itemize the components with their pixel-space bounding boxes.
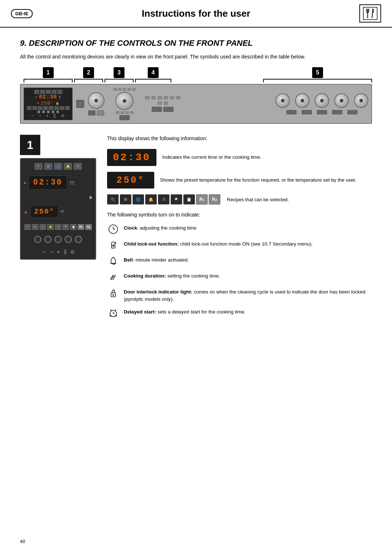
childlock-symbol-text: Child lock-out function: child lock-out … xyxy=(124,239,313,248)
recipe-icon-1: 🔌 xyxy=(107,194,119,204)
time-display: 02:30 xyxy=(107,149,156,166)
section-intro: All the control and monitoring devices a… xyxy=(20,53,372,61)
panel-label-3: 3 xyxy=(114,67,124,78)
section-1-detail: 1 🔌 ⚙ 🌀 🔔 ⏱ ● 02:30 ⣿⣿ 🔒 ▲ 2 xyxy=(20,135,372,323)
recipe-r2-label: R₂ xyxy=(209,194,220,204)
main-content: 9. DESCRIPTION OF THE CONTROLS ON THE FR… xyxy=(0,28,392,343)
page-header: GB-IE Instructions for the user xyxy=(0,0,392,28)
page-title: Instructions for the user xyxy=(33,8,359,19)
symbol-childlock: Child lock-out function: child lock-out … xyxy=(107,239,372,251)
temp-label: Shows the preset temperature for the fun… xyxy=(160,177,356,184)
cooking-duration-symbol-icon xyxy=(107,271,119,283)
childlock-symbol-icon xyxy=(107,239,119,251)
recipes-label: Recipes that can be selected. xyxy=(227,197,289,202)
panel-label-1: 1 xyxy=(43,67,54,78)
time-label: Indicates the current time or the cookin… xyxy=(162,154,261,161)
symbol-delayed-start: Delayed start: sets a delayed start for … xyxy=(107,307,372,319)
recipe-icon-5: ⏱ xyxy=(158,194,170,204)
time-indicator: 02:30 Indicates the current time or the … xyxy=(107,149,372,166)
recipe-r1-label: R₁ xyxy=(196,194,208,204)
temp-display: 250° xyxy=(107,172,154,189)
panel-diagram: 1 2 3 4 5 xyxy=(20,67,372,124)
svg-rect-0 xyxy=(363,7,377,20)
recipe-strip: 🔌 ⚙ 🌀 🔔 ⏱ 🍳 📋 R₁ R₂ Recipes that can be … xyxy=(107,194,372,204)
symbol-bell: Bell: minute minder activated. xyxy=(107,255,372,267)
door-interlock-symbol-icon xyxy=(107,287,119,299)
door-interlock-symbol-text: Door interlock indicator light: comes on… xyxy=(124,287,372,303)
delayed-start-symbol-icon xyxy=(107,307,119,319)
temp-indicator: 250° Shows the preset temperature for th… xyxy=(107,172,372,189)
recipe-icon-3: 🌀 xyxy=(132,194,144,204)
oven-panel-illustration: ● 02:30 ⣿ ▲ 250° 🔒 xyxy=(20,84,372,124)
recipe-icon-7: 📋 xyxy=(183,194,195,204)
clock-symbol-text: Clock: adjusting the cooking time xyxy=(124,223,196,232)
svg-line-21 xyxy=(115,309,116,311)
panel-label-5: 5 xyxy=(312,67,323,78)
delayed-start-symbol-text: Delayed start: sets a delayed start for … xyxy=(124,307,245,316)
symbols-intro: The following symbols turn on to indicat… xyxy=(107,211,372,219)
symbol-clock: Clock: adjusting the cooking time xyxy=(107,223,372,235)
svg-line-20 xyxy=(110,309,111,311)
section-1-number: 1 xyxy=(20,135,40,155)
recipe-icon-4: 🔔 xyxy=(145,194,157,204)
bell-symbol-icon xyxy=(107,255,119,267)
recipe-icon-2: ⚙ xyxy=(120,194,131,204)
page-number: 40 xyxy=(20,539,25,544)
section-1-display-panel: 🔌 ⚙ 🌀 🔔 ⏱ ● 02:30 ⣿⣿ 🔒 ▲ 250° Nf xyxy=(20,158,96,260)
clock-symbol-icon xyxy=(107,223,119,235)
region-badge: GB-IE xyxy=(11,9,33,18)
symbol-door-interlock: Door interlock indicator light: comes on… xyxy=(107,287,372,303)
appliance-icon xyxy=(359,4,381,23)
cooking-duration-symbol-text: Cooking duration: setting the cooking ti… xyxy=(124,271,220,280)
svg-point-10 xyxy=(113,246,114,247)
svg-line-4 xyxy=(372,9,373,18)
panel-label-4: 4 xyxy=(148,67,159,78)
recipe-icon-6: 🍳 xyxy=(171,194,182,204)
svg-point-16 xyxy=(113,294,114,296)
symbol-cooking-duration: Cooking duration: setting the cooking ti… xyxy=(107,271,372,283)
section-title: 9. DESCRIPTION OF THE CONTROLS ON THE FR… xyxy=(20,39,372,48)
section-1-description: This display shows the following informa… xyxy=(107,135,372,323)
display-intro-text: This display shows the following informa… xyxy=(107,135,372,142)
panel-label-2: 2 xyxy=(83,67,94,78)
bell-symbol-text: Bell: minute minder activated. xyxy=(124,255,189,264)
